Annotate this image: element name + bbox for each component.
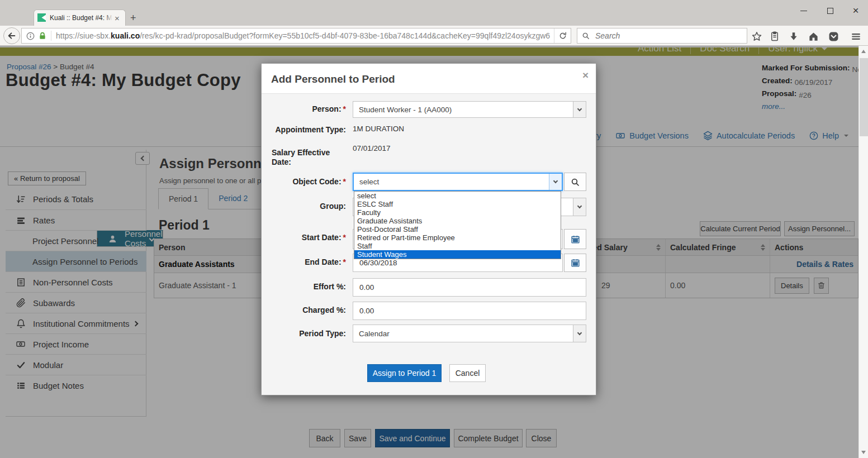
url-domain: kuali.co <box>111 31 140 40</box>
salary-effective-date-label: Salary Effective Date: <box>272 148 333 167</box>
browser-titlebar: Kuali :: Budget #4: My Budg × + × <box>0 0 868 26</box>
scrollbar-thumb[interactable] <box>860 58 868 136</box>
screen: Kuali :: Budget #4: My Budg × + × https:… <box>0 0 868 458</box>
select-arrow-icon[interactable] <box>549 174 562 190</box>
tab-title: Kuali :: Budget #4: My Budg <box>50 14 112 22</box>
person-label-text: Person: <box>312 104 341 113</box>
bookmarks-library-icon[interactable] <box>769 31 780 42</box>
dropdown-option[interactable]: Graduate Assistants <box>354 217 561 225</box>
assign-to-period-label: Assign to Period 1 <box>373 369 437 378</box>
object-code-label-text: Object Code: <box>292 177 341 186</box>
end-date-label: End Date:* <box>262 257 346 267</box>
search-box[interactable] <box>577 28 747 44</box>
kuali-favicon-icon <box>37 13 46 22</box>
search-input[interactable] <box>594 31 742 41</box>
assign-to-period-button[interactable]: Assign to Period 1 <box>367 364 442 382</box>
person-selected-value: Student Worker - 1 (AA000) <box>353 106 573 114</box>
required-marker: * <box>341 257 346 266</box>
calendar-icon <box>571 258 580 268</box>
dropdown-option[interactable]: ESLC Staff <box>354 200 561 208</box>
window-minimize-button[interactable] <box>795 4 812 17</box>
period-type-selected-value: Calendar <box>353 330 573 338</box>
browser-navbar: https://siue-sbx.kuali.co/res/kc-pd-krad… <box>0 26 868 46</box>
dropdown-option[interactable]: select <box>354 192 561 200</box>
start-date-label-text: Start Date: <box>302 233 341 242</box>
dropdown-option-highlighted[interactable]: Student Wages <box>354 250 561 259</box>
downloads-icon[interactable] <box>788 31 799 42</box>
person-select[interactable]: Student Worker - 1 (AA000) <box>353 101 586 118</box>
select-arrow-icon[interactable] <box>573 102 586 117</box>
appointment-type-value: 1M DURATION <box>353 125 404 133</box>
modal-close-icon[interactable]: × <box>582 69 589 82</box>
object-code-label: Object Code:* <box>262 177 346 187</box>
window-maximize-button[interactable] <box>822 4 838 17</box>
cancel-button[interactable]: Cancel <box>449 364 486 382</box>
browser-tab[interactable]: Kuali :: Budget #4: My Budg × <box>34 9 126 26</box>
end-date-label-text: End Date: <box>305 257 341 266</box>
home-icon[interactable] <box>808 31 819 42</box>
page-info-icon[interactable] <box>26 32 35 40</box>
group-label: Group: <box>262 202 346 211</box>
back-button[interactable] <box>3 27 20 44</box>
required-marker: * <box>341 233 346 242</box>
start-date-label: Start Date:* <box>262 233 346 242</box>
reload-button[interactable] <box>554 28 571 43</box>
modal-title: Add Personnel to Period <box>271 73 395 85</box>
object-code-dropdown-list: select ESLC Staff Faculty Graduate Assis… <box>354 191 561 259</box>
bookmark-star-icon[interactable] <box>751 31 762 42</box>
salary-label-line1: Salary Effective <box>272 148 330 157</box>
object-code-selected-value: select <box>354 178 549 186</box>
effort-input[interactable] <box>353 278 586 297</box>
select-arrow-icon[interactable] <box>573 198 586 216</box>
scroll-up-icon[interactable] <box>861 50 866 53</box>
person-label: Person:* <box>262 104 346 114</box>
end-date-calendar-button[interactable] <box>564 254 586 272</box>
required-marker: * <box>341 177 346 186</box>
back-arrow-icon <box>7 31 16 40</box>
period-type-label: Period Type: <box>262 329 346 338</box>
new-tab-button[interactable]: + <box>130 12 136 24</box>
url-text: https://siue-sbx.kuali.co/res/kc-pd-krad… <box>56 31 554 40</box>
object-code-select[interactable]: select <box>353 173 563 191</box>
url-bar[interactable]: https://siue-sbx.kuali.co/res/kc-pd-krad… <box>21 28 571 44</box>
https-lock-icon[interactable] <box>39 32 46 40</box>
select-arrow-icon[interactable] <box>573 325 586 342</box>
charged-label: Charged %: <box>262 306 346 315</box>
salary-effective-date-value: 07/01/2017 <box>353 144 391 152</box>
url-path: /res/kc-pd-krad/proposalBudget?formKey=5… <box>140 31 550 40</box>
url-protocol: https://siue-sbx. <box>56 31 111 40</box>
window-close-button[interactable]: × <box>847 4 864 17</box>
calendar-icon <box>571 235 580 244</box>
effort-label: Effort %: <box>262 282 346 292</box>
tab-close-icon[interactable]: × <box>115 14 120 22</box>
window-close-icon: × <box>852 6 858 16</box>
vertical-scrollbar[interactable] <box>858 46 868 458</box>
cancel-label: Cancel <box>456 369 480 378</box>
scroll-down-icon[interactable] <box>861 451 866 454</box>
start-date-calendar-button[interactable] <box>564 229 586 249</box>
url-divider <box>51 31 51 41</box>
pocket-icon[interactable] <box>828 31 839 42</box>
appointment-type-label: Appointment Type: <box>262 125 346 135</box>
period-type-select[interactable]: Calendar <box>353 325 586 342</box>
search-icon <box>582 32 590 40</box>
menu-hamburger-icon[interactable] <box>850 31 861 42</box>
dropdown-option[interactable]: Retired or Part-time Employee <box>354 233 561 242</box>
dropdown-option[interactable]: Faculty <box>354 208 561 217</box>
add-personnel-modal: Add Personnel to Period × Person:* Stude… <box>261 63 596 395</box>
required-marker: * <box>341 104 346 113</box>
dropdown-option[interactable]: Post-Doctoral Staff <box>354 225 561 233</box>
magnifier-icon <box>571 178 580 187</box>
dropdown-option[interactable]: Staff <box>354 242 561 250</box>
charged-input[interactable] <box>353 302 586 320</box>
salary-label-line2: Date: <box>272 158 291 166</box>
modal-header: Add Personnel to Period × <box>262 64 596 94</box>
object-code-search-button[interactable] <box>564 173 586 191</box>
